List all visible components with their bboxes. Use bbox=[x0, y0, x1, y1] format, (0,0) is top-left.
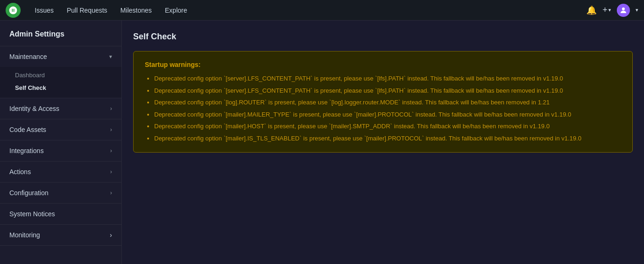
logo[interactable] bbox=[6, 3, 21, 18]
list-item: Deprecated config option `[log].ROUTER` … bbox=[154, 98, 621, 107]
sidebar-item-label-actions: Actions bbox=[9, 168, 31, 176]
sidebar-item-label-monitoring: Monitoring bbox=[9, 231, 40, 239]
sidebar-item-label-maintenance: Maintenance bbox=[9, 53, 47, 60]
sidebar-section-actions: Actions › bbox=[0, 161, 121, 183]
warning-list: Deprecated config option `[server].LFS_C… bbox=[145, 74, 621, 143]
nav-milestones[interactable]: Milestones bbox=[114, 0, 158, 21]
main-content: Self Check Startup warnings: Deprecated … bbox=[122, 21, 644, 264]
chevron-right-icon-2: › bbox=[110, 126, 112, 133]
topnav: Issues Pull Requests Milestones Explore … bbox=[0, 0, 644, 21]
layout: Admin Settings Maintenance ▾ Dashboard S… bbox=[0, 21, 644, 264]
sidebar-subitems-maintenance: Dashboard Self Check bbox=[0, 67, 121, 98]
sidebar-item-label-code-assets: Code Assets bbox=[9, 126, 46, 133]
sidebar-item-dashboard[interactable]: Dashboard bbox=[0, 69, 121, 81]
avatar-chevron[interactable]: ▾ bbox=[636, 7, 638, 13]
sidebar-item-self-check[interactable]: Self Check bbox=[0, 81, 121, 94]
chevron-right-icon-6: › bbox=[110, 231, 112, 239]
list-item: Deprecated config option `[mailer].HOST`… bbox=[154, 122, 621, 131]
chevron-right-icon: › bbox=[110, 105, 112, 112]
list-item: Deprecated config option `[mailer].MAILE… bbox=[154, 110, 621, 119]
sidebar-item-actions[interactable]: Actions › bbox=[0, 161, 121, 182]
sidebar-item-configuration[interactable]: Configuration › bbox=[0, 183, 121, 203]
sidebar-title: Admin Settings bbox=[0, 21, 121, 46]
notification-icon[interactable]: 🔔 bbox=[586, 5, 597, 15]
chevron-right-icon-4: › bbox=[110, 169, 112, 175]
nav-issues[interactable]: Issues bbox=[28, 0, 60, 21]
chevron-down-icon: ▾ bbox=[109, 53, 112, 60]
sidebar-item-maintenance[interactable]: Maintenance ▾ bbox=[0, 46, 121, 67]
sidebar-section-identity: Identity & Access › bbox=[0, 98, 121, 119]
warning-box: Startup warnings: Deprecated config opti… bbox=[133, 51, 633, 153]
avatar[interactable] bbox=[617, 4, 630, 17]
sidebar-item-label-configuration: Configuration bbox=[9, 189, 48, 197]
list-item: Deprecated config option `[mailer].IS_TL… bbox=[154, 134, 621, 143]
list-item: Deprecated config option `[server].LFS_C… bbox=[154, 86, 621, 95]
sidebar-item-monitoring[interactable]: Monitoring › bbox=[0, 225, 121, 246]
nav-explore[interactable]: Explore bbox=[158, 0, 194, 21]
topnav-right: 🔔 + ▾ ▾ bbox=[586, 4, 638, 17]
sidebar-section-maintenance: Maintenance ▾ Dashboard Self Check bbox=[0, 46, 121, 98]
chevron-right-icon-3: › bbox=[110, 147, 112, 154]
sidebar-section-code-assets: Code Assets › bbox=[0, 119, 121, 140]
sidebar-item-label-identity: Identity & Access bbox=[9, 105, 60, 112]
sidebar-item-identity[interactable]: Identity & Access › bbox=[0, 98, 121, 119]
list-item: Deprecated config option `[server].LFS_C… bbox=[154, 74, 621, 83]
warning-title: Startup warnings: bbox=[145, 61, 621, 68]
sidebar: Admin Settings Maintenance ▾ Dashboard S… bbox=[0, 21, 122, 264]
sidebar-section-configuration: Configuration › bbox=[0, 183, 121, 204]
sidebar-item-label-integrations: Integrations bbox=[9, 147, 44, 154]
sidebar-item-integrations[interactable]: Integrations › bbox=[0, 140, 121, 161]
chevron-right-icon-5: › bbox=[110, 190, 112, 196]
svg-point-0 bbox=[622, 7, 625, 10]
sidebar-section-integrations: Integrations › bbox=[0, 140, 121, 161]
sidebar-item-code-assets[interactable]: Code Assets › bbox=[0, 119, 121, 140]
sidebar-item-system-notices[interactable]: System Notices bbox=[0, 204, 121, 225]
add-button[interactable]: + ▾ bbox=[602, 5, 611, 15]
nav-pull-requests[interactable]: Pull Requests bbox=[60, 0, 113, 21]
page-title: Self Check bbox=[133, 32, 633, 42]
topnav-links: Issues Pull Requests Milestones Explore bbox=[28, 0, 586, 21]
